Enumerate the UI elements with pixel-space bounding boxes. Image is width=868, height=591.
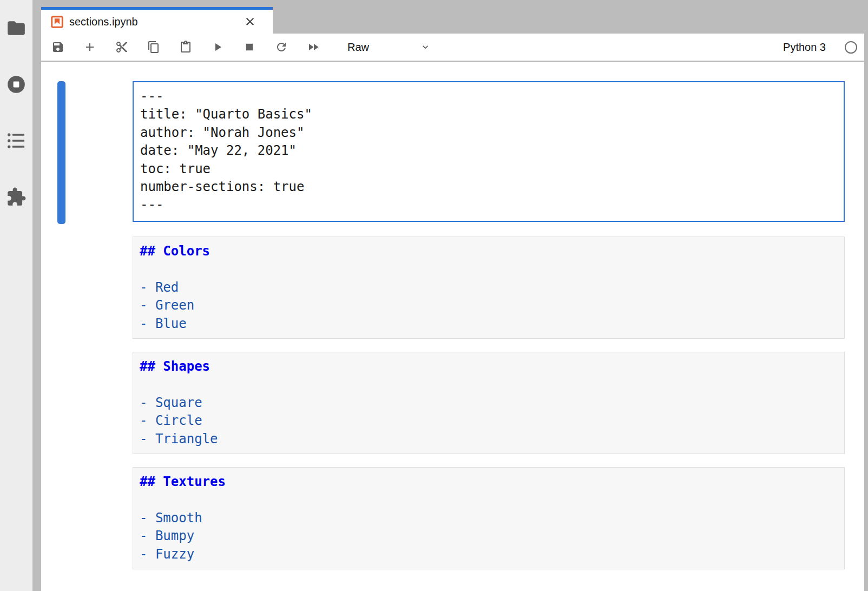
cell-line: ## Colors — [140, 242, 838, 260]
chevron-down-icon — [420, 42, 431, 52]
scissors-icon — [115, 41, 128, 54]
cell-line: title: "Quarto Basics" — [140, 106, 837, 123]
cell-line: - Circle — [140, 412, 838, 430]
cell-line: ## Textures — [140, 473, 838, 491]
save-icon — [51, 41, 64, 54]
cell-line: - Triangle — [140, 430, 838, 448]
cell-type-value: Raw — [347, 41, 369, 54]
cell-editor[interactable]: ## Textures- Smooth- Bumpy- Fuzzy — [133, 467, 845, 569]
cell-list: ---title: "Quarto Basics"author: "Norah … — [133, 62, 845, 569]
sidebar-item-table-of-contents[interactable] — [6, 130, 27, 151]
cell-line: - Red — [140, 279, 838, 297]
window-right-edge — [864, 0, 868, 591]
cell-line: - Fuzzy — [140, 546, 838, 563]
cell-line: toc: true — [140, 160, 837, 178]
plus-icon — [83, 41, 96, 54]
jupyterlab-window: sections.ipynb Raw Python 3 — [0, 0, 868, 591]
cell-line: number-sections: true — [140, 178, 837, 196]
tab-bar: sections.ipynb — [41, 0, 864, 34]
list-icon — [6, 130, 27, 151]
cell-editor[interactable]: ## Shapes- Square- Circle- Triangle — [133, 352, 845, 454]
sidebar-divider — [32, 0, 41, 591]
sidebar-item-extensions[interactable] — [6, 187, 27, 207]
cell-line: --- — [140, 88, 837, 106]
toolbar-button-run-cell[interactable] — [211, 41, 224, 54]
restart-icon — [275, 41, 288, 54]
activity-sidebar — [0, 0, 32, 591]
cell-line — [140, 491, 838, 509]
close-icon[interactable] — [244, 15, 257, 28]
cell-line: - Square — [140, 394, 838, 412]
main-panel: sections.ipynb Raw Python 3 — [41, 0, 864, 591]
folder-icon — [6, 18, 27, 38]
sidebar-item-running-sessions[interactable] — [6, 74, 27, 95]
kernel-idle-circle-icon[interactable] — [845, 41, 857, 54]
tab-title: sections.ipynb — [69, 16, 244, 28]
cell-line: ## Shapes — [140, 358, 838, 376]
cell-type-dropdown[interactable]: Raw — [339, 41, 431, 54]
cell-line — [140, 260, 838, 278]
cell-line — [140, 376, 838, 393]
toolbar-button-save[interactable] — [51, 41, 64, 54]
cell-line: - Smooth — [140, 509, 838, 527]
stop-circle-icon — [6, 74, 27, 95]
notebook-area: ---title: "Quarto Basics"author: "Norah … — [41, 62, 864, 591]
toolbar-button-paste-cells[interactable] — [179, 41, 192, 54]
active-cell-collapser[interactable] — [57, 81, 65, 224]
cell-line: - Green — [140, 297, 838, 314]
puzzle-icon — [6, 187, 27, 207]
kernel-name-label: Python 3 — [783, 41, 826, 54]
toolbar-button-copy-cells[interactable] — [147, 41, 160, 54]
cell-line: date: "May 22, 2021" — [140, 142, 837, 160]
notebook-icon — [51, 16, 63, 28]
copy-icon — [147, 41, 160, 54]
tab-sections-ipynb[interactable]: sections.ipynb — [41, 7, 273, 34]
cell-line: --- — [140, 196, 837, 214]
fast-forward-icon — [307, 41, 320, 54]
toolbar-button-interrupt-kernel[interactable] — [243, 41, 256, 54]
sidebar-item-file-browser[interactable] — [6, 18, 27, 38]
play-icon — [211, 41, 224, 54]
toolbar-button-insert-cell-below[interactable] — [83, 41, 96, 54]
cell-line: - Bumpy — [140, 527, 838, 545]
toolbar-button-cut-cells[interactable] — [115, 41, 128, 54]
paste-icon — [179, 41, 192, 54]
stop-icon — [243, 41, 256, 54]
cell-editor[interactable]: ## Colors- Red- Green- Blue — [133, 237, 845, 339]
cell-line: - Blue — [140, 315, 838, 333]
active-cell-editor[interactable]: ---title: "Quarto Basics"author: "Norah … — [133, 81, 845, 222]
toolbar-button-restart-kernel[interactable] — [275, 41, 288, 54]
cell-line: author: "Norah Jones" — [140, 124, 837, 142]
toolbar-button-restart-and-run-all[interactable] — [307, 41, 320, 54]
notebook-toolbar: Raw Python 3 — [41, 34, 864, 62]
